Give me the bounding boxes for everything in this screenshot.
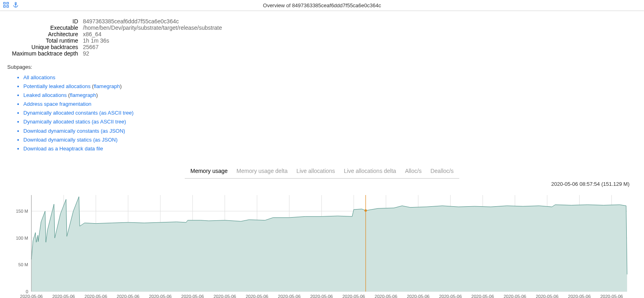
svg-point-74 [364, 209, 367, 212]
svg-text:2020-05-06: 2020-05-06 [117, 294, 139, 298]
svg-text:2020-05-06: 2020-05-06 [278, 294, 301, 298]
subpage-link[interactable]: Download dynamically constants (as JSON) [23, 128, 125, 134]
svg-text:2020-05-06: 2020-05-06 [52, 294, 75, 298]
subpage-link[interactable]: All allocations [23, 74, 56, 80]
meta-label: Total runtime [7, 37, 83, 44]
meta-value: x86_64 [83, 31, 101, 37]
svg-text:2020-05-06: 2020-05-06 [310, 294, 333, 298]
subpage-link[interactable]: Dynamically allocated constants (as ASCI… [23, 110, 134, 116]
svg-text:2020-05-06: 2020-05-06 [343, 294, 365, 298]
tab-live-allocations[interactable]: Live allocations [296, 168, 335, 176]
subpage-link[interactable]: Potentially leaked allocations [23, 83, 91, 89]
subpage-item: Address space fragmentation [23, 100, 637, 109]
svg-text:0: 0 [26, 289, 28, 294]
svg-text:2020-05-06: 2020-05-06 [439, 294, 462, 298]
subpages-list: All allocationsPotentially leaked alloca… [7, 73, 637, 153]
subpage-link[interactable]: Leaked allocations [23, 92, 67, 98]
subpage-item: Download as a Heaptrack data file [23, 144, 637, 153]
tab-memory-usage[interactable]: Memory usage [190, 168, 228, 176]
meta-row: Maximum backtrace depth92 [7, 50, 637, 57]
svg-text:2020-05-06: 2020-05-06 [85, 294, 107, 298]
svg-text:2020-05-06: 2020-05-06 [600, 294, 623, 298]
meta-label: Maximum backtrace depth [7, 50, 83, 57]
subpage-text: ( [91, 83, 94, 89]
svg-rect-3 [7, 5, 8, 7]
page-title: Overview of 8497363385ceaf6ddd7f55ca6e0c… [263, 2, 381, 8]
meta-row: Architecturex86_64 [7, 31, 637, 37]
svg-text:100 M: 100 M [16, 236, 28, 240]
meta-value: /home/ben/Dev/parity/substrate/target/re… [83, 25, 222, 31]
subpage-link[interactable]: flamegraph [94, 83, 120, 89]
svg-text:2020-05-06: 2020-05-06 [504, 294, 526, 298]
meta-label: Architecture [7, 31, 83, 37]
subpage-text: ) [120, 83, 122, 89]
svg-text:2020-05-06: 2020-05-06 [149, 294, 171, 298]
svg-text:150 M: 150 M [16, 209, 28, 214]
subpages-heading: Subpages: [7, 64, 637, 70]
subpage-item: Dynamically allocated statics (as ASCII … [23, 117, 637, 126]
subpage-item: All allocations [23, 73, 637, 82]
svg-text:50 M: 50 M [19, 262, 28, 267]
tab-memory-usage-delta[interactable]: Memory usage delta [237, 168, 288, 176]
meta-value: 8497363385ceaf6ddd7f55ca6e0c364c [83, 18, 179, 25]
subpage-item: Leaked allocations (flamegraph) [23, 91, 637, 100]
svg-text:2020-05-06: 2020-05-06 [471, 294, 494, 298]
subpage-text: ) [96, 92, 98, 98]
chart-tabs: Memory usageMemory usage deltaLive alloc… [185, 165, 459, 179]
meta-value: 1h 1m 36s [83, 37, 109, 44]
subpage-link[interactable]: flamegraph [70, 92, 96, 98]
meta-label: Executable [7, 25, 83, 31]
meta-label: Unique backtraces [7, 44, 83, 50]
svg-text:2020-05-06: 2020-05-06 [375, 294, 397, 298]
dashboard-icon[interactable] [3, 2, 9, 9]
svg-text:2020-05-06: 2020-05-06 [246, 294, 268, 298]
subpage-link[interactable]: Download dynamically statics (as JSON) [23, 137, 118, 143]
tab-dealloc-s[interactable]: Dealloc/s [430, 168, 454, 176]
subpage-item: Dynamically allocated constants (as ASCI… [23, 109, 637, 117]
svg-text:2020-05-06: 2020-05-06 [407, 294, 429, 298]
subpage-item: Potentially leaked allocations (flamegra… [23, 82, 637, 91]
svg-rect-2 [4, 5, 5, 7]
subpage-item: Download dynamically constants (as JSON) [23, 127, 637, 136]
meta-row: Executable/home/ben/Dev/parity/substrate… [7, 25, 637, 31]
anchor-icon[interactable] [13, 2, 19, 9]
subpage-link[interactable]: Address space fragmentation [23, 101, 91, 107]
meta-row: Total runtime1h 1m 36s [7, 37, 637, 44]
svg-text:2020-05-06: 2020-05-06 [181, 294, 204, 298]
meta-label: ID [7, 18, 83, 25]
subpage-item: Download dynamically statics (as JSON) [23, 136, 637, 144]
svg-rect-1 [7, 2, 8, 4]
meta-row: Unique backtraces25667 [7, 44, 637, 50]
svg-text:2020-05-06: 2020-05-06 [213, 294, 236, 298]
svg-point-4 [15, 2, 17, 4]
svg-text:2020-05-06: 2020-05-06 [568, 294, 590, 298]
meta-value: 25667 [83, 44, 99, 50]
svg-rect-0 [4, 2, 5, 4]
svg-text:2020-05-06: 2020-05-06 [536, 294, 558, 298]
subpage-text: ( [67, 92, 70, 98]
chart-tooltip: 2020-05-06 08:57:54 (151.129 M) [7, 179, 637, 187]
meta-table: ID8497363385ceaf6ddd7f55ca6e0c364cExecut… [7, 18, 637, 57]
meta-row: ID8497363385ceaf6ddd7f55ca6e0c364c [7, 18, 637, 25]
meta-value: 92 [83, 50, 89, 57]
subpage-link[interactable]: Download as a Heaptrack data file [23, 146, 103, 152]
tab-alloc-s[interactable]: Alloc/s [405, 168, 421, 176]
tab-live-allocations-delta[interactable]: Live allocations delta [344, 168, 396, 176]
svg-text:2020-05-06: 2020-05-06 [20, 294, 43, 298]
memory-usage-chart[interactable]: 050 M100 M150 M2020-05-0608:23:202020-05… [7, 191, 637, 298]
topbar: Overview of 8497363385ceaf6ddd7f55ca6e0c… [0, 0, 644, 11]
subpage-link[interactable]: Dynamically allocated statics (as ASCII … [23, 119, 126, 125]
